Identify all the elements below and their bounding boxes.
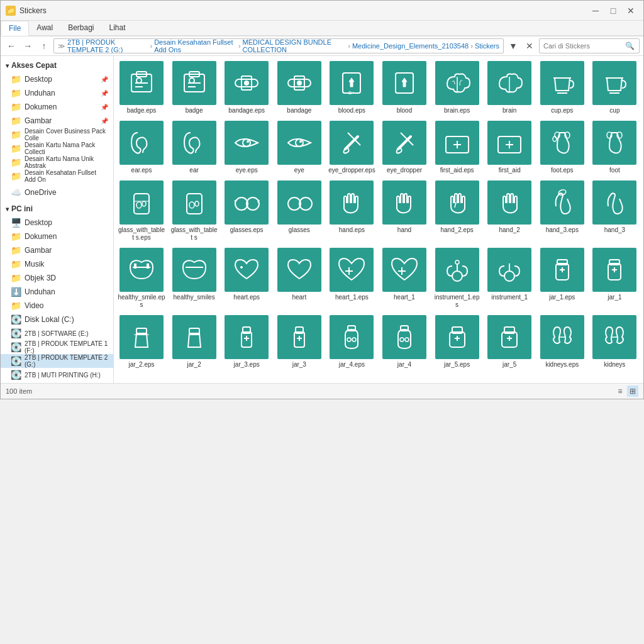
file-item-eye[interactable]: eye — [274, 118, 325, 177]
breadcrumb[interactable]: ≫ 2TB | PRODUK TEMPLATE 2 (G:) › Desain … — [53, 38, 504, 53]
pc-header[interactable]: ▾ PC ini — [1, 202, 113, 216]
file-item-hand_3[interactable]: hand_3 — [589, 178, 640, 244]
file-item-heart_1.eps[interactable]: heart_1.eps — [326, 245, 377, 311]
file-name: jar_1.eps — [549, 294, 575, 301]
file-item-ear[interactable]: ear — [169, 118, 219, 177]
file-item-eye_dropper[interactable]: eye_dropper — [379, 118, 430, 177]
tab-lihat[interactable]: Lihat — [102, 21, 133, 35]
file-item-heart[interactable]: heart — [274, 245, 325, 311]
maximize-button[interactable]: □ — [606, 4, 621, 17]
file-item-hand_3.eps[interactable]: hand_3.eps — [537, 178, 587, 244]
file-name: hand_2.eps — [440, 226, 473, 234]
file-item-jar_5.eps[interactable]: jar_5.eps — [432, 313, 482, 371]
file-thumbnail — [435, 315, 479, 359]
file-item-bandage[interactable]: bandage — [274, 58, 325, 117]
file-item-blood[interactable]: blood — [379, 58, 430, 117]
file-item-kidneys[interactable]: kidneys — [589, 313, 640, 371]
tab-awal[interactable]: Awal — [29, 21, 60, 35]
file-item-badge.eps[interactable]: badge.eps — [116, 58, 167, 117]
file-item-instrument_1.eps[interactable]: instrument_1.eps — [432, 245, 482, 311]
sidebar-item-pc-objek[interactable]: 📁 Objek 3D — [1, 271, 113, 285]
svg-point-4 — [136, 78, 142, 83]
up-button[interactable]: ↑ — [37, 39, 51, 53]
file-item-heart_1[interactable]: heart_1 — [379, 245, 430, 311]
file-item-heart.eps[interactable]: heart.eps — [221, 245, 272, 311]
sidebar-item-desain-kesahatan[interactable]: 📁 Desain Kesahatan Fullset Add On — [1, 169, 113, 183]
file-thumbnail — [225, 248, 269, 292]
file-item-glasses[interactable]: glasses — [274, 178, 325, 244]
file-item-foot[interactable]: foot — [589, 118, 640, 177]
file-item-eye.eps[interactable]: eye.eps — [221, 118, 272, 177]
file-item-jar_2[interactable]: jar_2 — [169, 313, 219, 371]
refresh-button[interactable]: ✕ — [523, 39, 536, 53]
file-item-jar_4.eps[interactable]: jar_4.eps — [326, 313, 377, 371]
sidebar-item-drive-e[interactable]: 💽 2TB | SOFTWARE (E:) — [1, 326, 113, 340]
file-item-ear.eps[interactable]: ear.eps — [116, 118, 167, 177]
file-item-foot.eps[interactable]: foot.eps — [537, 118, 587, 177]
forward-button[interactable]: → — [21, 39, 35, 53]
folder-icon: 📁 — [11, 245, 21, 255]
sidebar-item-gambar[interactable]: 📁 Gambar 📌 — [1, 114, 113, 128]
sidebar-item-drive-h[interactable]: 💽 2TB | MUTI PRINTING (H:) — [1, 368, 113, 382]
sidebar-item-pc-video[interactable]: 📁 Video — [1, 299, 113, 313]
file-thumbnail — [592, 315, 636, 359]
file-item-healthy_smiles[interactable]: healthy_smiles — [169, 245, 219, 311]
file-item-cup.eps[interactable]: cup.eps — [537, 58, 587, 117]
file-item-bandage.eps[interactable]: bandage.eps — [221, 58, 272, 117]
file-item-eye_dropper.eps[interactable]: eye_dropper.eps — [326, 118, 377, 177]
search-input[interactable] — [543, 42, 625, 50]
sidebar-item-dokumen[interactable]: 📁 Dokumen 📌 — [1, 100, 113, 114]
file-item-jar_1[interactable]: jar_1 — [589, 245, 640, 311]
sidebar-item-pc-dokumen[interactable]: 📁 Dokumen — [1, 230, 113, 243]
sidebar-item-desain-kartu[interactable]: 📁 Desain Kartu Nama Pack Collecti — [1, 142, 113, 155]
sidebar-item-pc-gambar[interactable]: 📁 Gambar — [1, 243, 113, 257]
file-item-hand[interactable]: hand — [379, 178, 430, 244]
file-item-glass_with_tablets.eps[interactable]: glass_with_tablet s.eps — [116, 178, 167, 244]
sidebar-item-onedrive[interactable]: ☁️ OneDrive — [1, 186, 113, 199]
file-item-jar_3[interactable]: jar_3 — [274, 313, 325, 371]
file-item-jar_5[interactable]: jar_5 — [484, 313, 535, 371]
file-item-hand.eps[interactable]: hand.eps — [326, 178, 377, 244]
sidebar-label-desain-cover: Desain Cover Business Pack Colle — [25, 128, 108, 142]
file-item-jar_2.eps[interactable]: jar_2.eps — [116, 313, 167, 371]
sidebar-item-pc-unduhan[interactable]: ⬇️ Unduhan — [1, 285, 113, 299]
grid-view-button[interactable]: ⊞ — [627, 386, 638, 397]
sidebar-item-unduhan[interactable]: 📁 Unduhan 📌 — [1, 86, 113, 100]
file-item-brain.eps[interactable]: brain.eps — [432, 58, 482, 117]
file-item-hand_2.eps[interactable]: hand_2.eps — [432, 178, 482, 244]
tab-berbagi[interactable]: Berbagi — [60, 21, 101, 35]
minimize-button[interactable]: ─ — [588, 4, 603, 17]
sidebar-item-drive-g[interactable]: 💽 2TB | PRODUK TEMPLATE 2 (G:) — [1, 354, 113, 368]
sidebar-item-desktop[interactable]: 📁 Desktop 📌 — [1, 72, 113, 86]
back-button[interactable]: ← — [4, 39, 18, 53]
file-item-blood.eps[interactable]: B+blood.eps — [326, 58, 377, 117]
folder-icon: 📁 — [11, 102, 21, 112]
file-item-healthy_smile.eps[interactable]: healthy_smile.ep s — [116, 245, 167, 311]
file-item-first_aid[interactable]: first_aid — [484, 118, 535, 177]
file-item-hand_2[interactable]: hand_2 — [484, 178, 535, 244]
sidebar-item-desain-cover[interactable]: 📁 Desain Cover Business Pack Colle — [1, 128, 113, 142]
quick-access-header[interactable]: ▾ Akses Cepat — [1, 58, 113, 72]
file-item-badge[interactable]: badge — [169, 58, 219, 117]
tab-file[interactable]: File — [1, 21, 29, 36]
breadcrumb-dropdown[interactable]: ▼ — [506, 39, 520, 53]
sidebar-item-pc-musik[interactable]: 📁 Musik — [1, 257, 113, 271]
file-item-brain[interactable]: brain — [484, 58, 535, 117]
sidebar-item-desain-unik[interactable]: 📁 Desain Kartu Nama Unik Abstrak — [1, 155, 113, 169]
file-item-jar_4[interactable]: jar_4 — [379, 313, 430, 371]
file-item-cup[interactable]: cup — [589, 58, 640, 117]
quick-access-label: Akses Cepat — [11, 61, 57, 70]
file-item-glasses.eps[interactable]: glasses.eps — [221, 178, 272, 244]
close-button[interactable]: ✕ — [623, 4, 638, 17]
file-item-kidneys.eps[interactable]: kidneys.eps — [537, 313, 587, 371]
file-item-jar_3.eps[interactable]: jar_3.eps — [221, 313, 272, 371]
list-view-button[interactable]: ≡ — [614, 386, 626, 397]
sidebar-item-drive-c[interactable]: 💽 Disk Lokal (C:) — [1, 313, 113, 326]
sidebar-item-drive-i[interactable]: 💽 2TB | MUTI USER (I:) — [1, 382, 113, 383]
file-item-glass_with_tablets[interactable]: glass_with_tablet s — [169, 178, 219, 244]
file-item-first_aid.eps[interactable]: first_aid.eps — [432, 118, 482, 177]
file-item-jar_1.eps[interactable]: jar_1.eps — [537, 245, 587, 311]
sidebar-item-drive-f[interactable]: 💽 2TB | PRODUK TEMPLATE 1 (F:) — [1, 340, 113, 354]
file-item-instrument_1[interactable]: instrument_1 — [484, 245, 535, 311]
sidebar-item-pc-desktop[interactable]: 🖥️ Desktop — [1, 216, 113, 230]
